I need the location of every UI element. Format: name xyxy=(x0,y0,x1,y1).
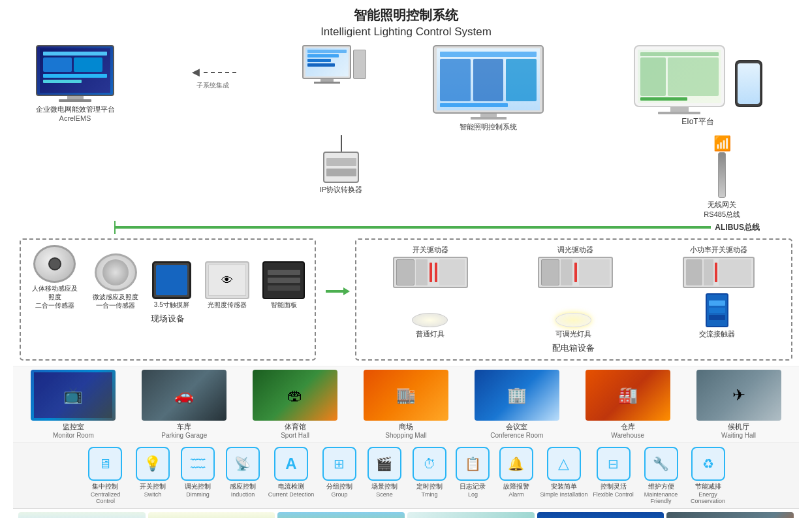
scene-5-zh: 会议室 xyxy=(506,422,527,432)
feature-install: △ 安装简单 Simple Installation xyxy=(540,447,587,504)
switch-driver-label: 开关驱动器 xyxy=(413,245,448,255)
small-switch-driver: 小功率开关驱动器 xyxy=(683,245,755,288)
smart-panel: 智能面板 xyxy=(262,261,305,310)
feat-11-en: Simple Installation xyxy=(540,491,587,498)
field-device-2-label: 微波感应及照度一合一传感器 xyxy=(93,293,138,310)
enterprise-platform-label-zh: 企业微电网能效管理平台 xyxy=(36,105,115,114)
pir-lux-sensor: 人体移动感应及照度二合一传感器 xyxy=(30,245,79,310)
subsystem-arrow-block: ◄ 子系统集成 xyxy=(187,65,239,90)
app-expressway: 🛣 高速公路 Expressway xyxy=(277,512,405,518)
devices-section: 人体移动感应及照度二合一传感器 微波感应及照度一合一传感器 3.5寸触摸屏 xyxy=(13,238,799,361)
eiot-block: EIoT平台 xyxy=(606,45,789,127)
field-devices-title: 现场设备 xyxy=(26,313,309,325)
field-to-power-connector xyxy=(322,238,349,344)
feat-4-en: Induction xyxy=(231,491,255,498)
feat-2-en: Switch xyxy=(144,491,162,498)
subsystem-label: 子系统集成 xyxy=(196,81,229,90)
app-bio: 🧪 生物制药 Bio-pharmaceuticals xyxy=(407,512,535,518)
feature-log: 📋 日志记录 Log xyxy=(453,447,492,504)
app-hospital: 🏥 医院 Hospital xyxy=(18,512,146,518)
lighting-system-block: 智能照明控制系统 xyxy=(429,45,547,132)
scene-photos-row: 📺 监控室 Monitor Room 🚗 车库 Parking Garage 🏟… xyxy=(13,366,799,443)
feature-alarm: 🔔 故障报警 Alarm xyxy=(495,447,537,504)
power-devices-box: 开关驱动器 调光驱动器 xyxy=(355,238,792,361)
feat-5-en: Current Detection xyxy=(268,491,315,498)
feat-3-zh: 调光控制 xyxy=(185,482,211,491)
feature-scene: 🎬 场景控制 Scene xyxy=(363,447,405,504)
scene-3-en: Sport Hall xyxy=(281,432,309,439)
field-device-4-label: 光照度传感器 xyxy=(208,300,247,310)
feat-12-en: Flexible Control xyxy=(593,491,634,498)
feat-3-en: Dimming xyxy=(186,491,210,498)
ip-converter-block: IP协议转换器 xyxy=(320,135,362,195)
field-devices-box: 人体移动感应及照度二合一传感器 微波感应及照度一合一传感器 3.5寸触摸屏 xyxy=(20,238,316,361)
dimmable-light-label: 可调光灯具 xyxy=(555,329,591,339)
dimmer-driver-label: 调光驱动器 xyxy=(557,245,593,255)
scene-7-zh: 候机厅 xyxy=(728,422,749,432)
scene-warehouse: 🏭 仓库 Warehouse xyxy=(574,370,681,439)
scene-7-en: Waiting Hall xyxy=(721,432,756,439)
pc-block xyxy=(298,45,370,84)
scene-6-en: Warehouse xyxy=(611,432,644,439)
scene-2-zh: 车库 xyxy=(177,422,191,432)
app-carfactory: 🏭 汽车厂房 Car Factory xyxy=(666,512,794,518)
scene-monitor-room: 📺 监控室 Monitor Room xyxy=(20,370,127,439)
scene-3-zh: 体育馆 xyxy=(285,422,306,432)
feature-dimming: 〰〰〰〰 调光控制 Dimming xyxy=(176,447,219,504)
ac-contactor: 交流接触器 xyxy=(699,293,735,339)
dimmable-light: 可调光灯具 xyxy=(555,313,591,339)
title-section: 智能照明控制系统 Intelligient Lighting Control S… xyxy=(13,7,799,39)
normal-light-label: 普通灯具 xyxy=(416,329,445,339)
scene-1-zh: 监控室 xyxy=(63,422,84,432)
feat-2-zh: 开关控制 xyxy=(140,482,166,491)
feat-8-en: Tming xyxy=(421,491,437,498)
scene-1-en: Monitor Room xyxy=(53,432,94,439)
scene-6-zh: 仓库 xyxy=(621,422,635,432)
dimmer-driver: 调光驱动器 xyxy=(538,245,613,288)
light-sensor: 👁 光照度传感器 xyxy=(205,261,249,310)
feature-centralized: 🖥 集中控制 CentralizedControl xyxy=(82,447,129,504)
scene-4-zh: 商场 xyxy=(399,422,413,432)
feature-induction: 📡 感应控制 Induction xyxy=(221,447,264,504)
feat-13-zh: 维护方便 xyxy=(648,482,674,491)
field-device-1-label: 人体移动感应及照度二合一传感器 xyxy=(30,284,79,310)
scene-4-en: Shopping Mall xyxy=(385,432,426,439)
feat-14-zh: 节能减排 xyxy=(695,482,721,491)
enterprise-platform-block: 企业微电网能效管理平台 AcrelEMS xyxy=(23,45,127,122)
feature-flexible: ⊟ 控制灵活 Flexible Control xyxy=(591,447,636,504)
feat-12-zh: 控制灵活 xyxy=(601,482,627,491)
scene-2-en: Parking Garage xyxy=(161,432,207,439)
feat-7-zh: 场景控制 xyxy=(371,482,398,491)
feat-13-en: MaintenanceFriendly xyxy=(644,491,678,504)
feat-9-en: Log xyxy=(468,491,478,498)
feature-energy: ♻ 节能减排 EnergyConservation xyxy=(686,447,730,504)
application-photos-row: 🏥 医院 Hospital 🏫 学校 School 🛣 高速公路 Express… xyxy=(13,509,799,518)
rs485-label: RS485总线 xyxy=(704,210,740,219)
title-zh: 智能照明控制系统 xyxy=(13,7,799,24)
ac-contactor-label: 交流接触器 xyxy=(699,329,735,339)
feat-10-zh: 故障报警 xyxy=(503,482,529,491)
feat-10-en: Alarm xyxy=(508,491,524,498)
title-en: Intelligient Lighting Control System xyxy=(13,25,799,39)
scene-mall: 🏬 商场 Shopping Mall xyxy=(352,370,460,439)
microwave-lux-sensor: 微波感应及照度一合一传感器 xyxy=(93,253,138,310)
normal-light: 普通灯具 xyxy=(412,313,448,339)
feature-group: ⊞ 分组控制 Group xyxy=(318,447,360,504)
ip-converter-label: IP协议转换器 xyxy=(320,185,362,195)
lighting-system-label: 智能照明控制系统 xyxy=(460,122,517,132)
app-school: 🏫 学校 School xyxy=(148,512,275,518)
scene-waiting: ✈ 候机厅 Waiting Hall xyxy=(685,370,792,439)
power-devices-title: 配电箱设备 xyxy=(362,342,786,354)
scene-5-en: Conference Room xyxy=(490,432,543,439)
touchscreen: 3.5寸触摸屏 xyxy=(152,261,191,310)
feat-8-zh: 定时控制 xyxy=(416,482,443,491)
feat-14-en: EnergyConservation xyxy=(691,491,725,504)
feat-6-en: Group xyxy=(331,491,347,498)
feature-maintenance: 🔧 维护方便 MaintenanceFriendly xyxy=(639,447,683,504)
feature-timer: ⏱ 定时控制 Tming xyxy=(408,447,450,504)
feat-7-en: Scene xyxy=(376,491,393,498)
app-datacenter: 🖧 数据中心 Data Center xyxy=(537,512,664,518)
wireless-gw-label: 无线网关 xyxy=(708,200,736,210)
switch-driver: 开关驱动器 xyxy=(393,245,468,288)
feat-5-zh: 电流检测 xyxy=(278,482,304,491)
